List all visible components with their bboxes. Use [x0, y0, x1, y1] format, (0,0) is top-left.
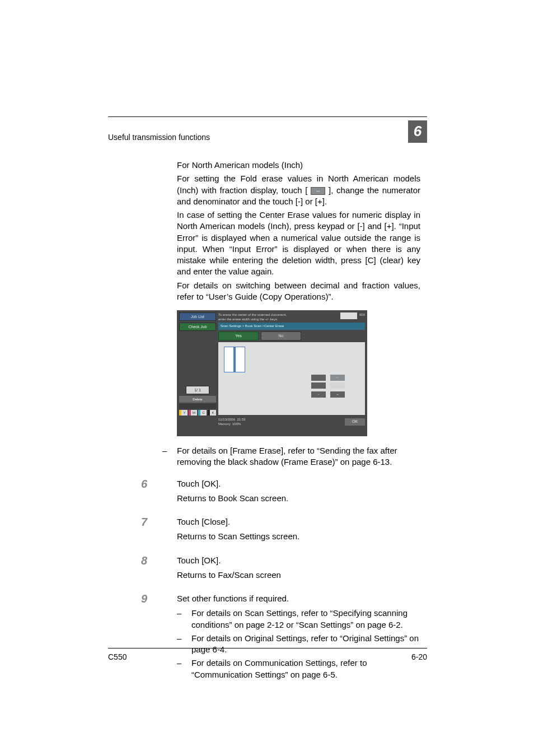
step-8: 8 Touch [OK]. Returns to Fax/Scan screen: [141, 555, 427, 584]
device-screenshot: Job List Check Job 1/ 1 Delete Y M C K T…: [177, 310, 367, 436]
page-indicator: 1/ 1: [186, 386, 209, 394]
job-list-button[interactable]: Job List: [179, 312, 216, 321]
step-main-text: Touch [OK].: [177, 478, 420, 489]
step-main-text: Touch [OK].: [177, 555, 420, 566]
ok-button[interactable]: OK: [345, 418, 365, 426]
frame-erase-note: For details on [Frame Erase], refer to “…: [177, 445, 420, 468]
footer-page: 6-20: [411, 652, 427, 662]
intro-para-4: For details on switching between decimal…: [177, 280, 420, 303]
bullet-dash: –: [177, 608, 191, 631]
section-title: Useful transmission functions: [108, 132, 210, 143]
step-result-text: Returns to Fax/Scan screen: [177, 570, 420, 581]
step-result-text: Returns to Book Scan screen.: [177, 493, 420, 504]
minus-button[interactable]: −: [311, 391, 326, 398]
book-preview-icon: [224, 347, 245, 372]
fraction-display: [311, 375, 326, 381]
plus-button[interactable]: +: [330, 391, 345, 398]
toner-k-icon: K: [208, 410, 216, 416]
screen-breadcrumb: Scan Settings > Book Scan >Center Erase: [218, 323, 365, 330]
step-9: 9 Set other functions if required. – For…: [141, 593, 427, 680]
toggle-icon: ↔: [311, 187, 325, 195]
step-main-text: Touch [Close].: [177, 516, 420, 528]
check-settings-button[interactable]: [179, 404, 216, 409]
toner-m-icon: M: [189, 410, 197, 416]
fraction-toggle-button[interactable]: ↔: [330, 375, 345, 381]
delete-button[interactable]: Delete: [179, 396, 216, 403]
fraction-denom-display: [311, 382, 326, 389]
step-bullet: For details on Scan Settings, refer to “…: [191, 608, 420, 631]
value-display: [330, 382, 345, 389]
status-datetime: 11/13/2006 21:53 Memory 100%: [218, 417, 245, 426]
dest-count-value: 000: [359, 312, 365, 317]
toner-y-icon: Y: [179, 410, 188, 416]
yes-tab[interactable]: Yes: [218, 332, 259, 340]
toner-c-icon: C: [198, 410, 207, 416]
step-main-text: Set other functions if required.: [177, 593, 420, 604]
check-job-button[interactable]: Check Job: [179, 323, 216, 331]
no-tab[interactable]: No: [261, 332, 301, 340]
erase-preview-canvas: ↔ − +: [218, 342, 365, 415]
step-7: 7 Touch [Close]. Returns to Scan Setting…: [141, 516, 427, 545]
dest-count-badge: [340, 312, 357, 319]
footer-model: C550: [108, 652, 127, 662]
step-result-text: Returns to Scan Settings screen.: [177, 531, 420, 542]
chapter-number-badge: 6: [408, 120, 427, 143]
intro-para-3: In case of setting the Center Erase valu…: [177, 209, 420, 278]
step-number: 8: [141, 555, 177, 584]
step-number: 6: [141, 478, 177, 507]
intro-line-1: For North American models (Inch): [177, 160, 420, 171]
bullet-dash: –: [162, 445, 177, 468]
intro-para-2: For setting the Fold erase values in Nor…: [177, 173, 420, 207]
step-number: 9: [141, 593, 177, 680]
screen-instruction: To erase the center of the scanned docum…: [218, 312, 287, 323]
step-6: 6 Touch [OK]. Returns to Book Scan scree…: [141, 478, 427, 507]
step-number: 7: [141, 516, 177, 545]
